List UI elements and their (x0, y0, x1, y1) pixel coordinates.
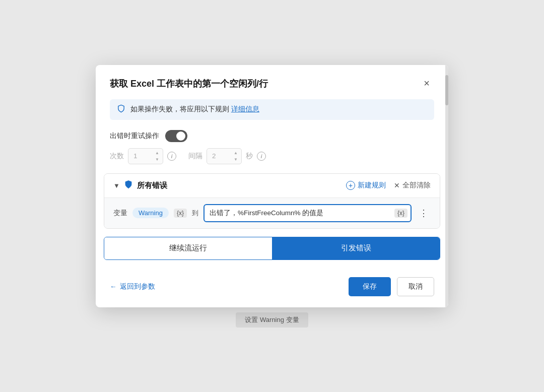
count-up[interactable]: ▲ (153, 150, 161, 156)
continue-tab[interactable]: 继续流运行 (104, 237, 272, 259)
interval-label: 间隔 (188, 152, 202, 161)
arrow-left-icon: ← (110, 283, 117, 290)
count-group: 次数 ▲ ▼ i (110, 148, 176, 164)
new-rule-button[interactable]: + 新建规则 (346, 181, 386, 190)
interval-group: 间隔 ▲ ▼ 秒 i (188, 148, 266, 164)
target-token[interactable]: {x} (394, 209, 407, 218)
close-button[interactable]: × (419, 76, 434, 91)
scrollbar[interactable] (445, 65, 448, 307)
error-tab[interactable]: 引发错误 (272, 237, 440, 259)
plus-icon: + (346, 181, 355, 190)
section-header-right: + 新建规则 ✕ 全部清除 (346, 181, 431, 190)
action-tabs: 继续流运行 引发错误 (104, 237, 440, 260)
variable-row: 变量 Warning {x} 到 {x} ⋮ (104, 198, 440, 228)
retry-toggle[interactable] (165, 130, 187, 142)
warning-badge[interactable]: Warning (132, 208, 169, 218)
x-icon: ✕ (394, 181, 400, 189)
unit-label: 秒 (246, 152, 253, 161)
arrow-label: 到 (192, 209, 198, 218)
dialog-title: 获取 Excel 工作表中的第一个空闲列/行 (110, 78, 268, 90)
retry-toggle-row: 出错时重试操作 (96, 128, 448, 147)
section-header-left: ▼ 所有错误 (113, 180, 167, 191)
cancel-button[interactable]: 取消 (397, 277, 434, 296)
info-banner-text: 如果操作失败，将应用以下规则 详细信息 (130, 105, 259, 114)
section-header: ▼ 所有错误 + 新建规则 ✕ 全部清除 (104, 174, 440, 198)
dialog-header: 获取 Excel 工作表中的第一个空闲列/行 × (96, 65, 448, 99)
interval-input-wrap: ▲ ▼ (207, 148, 242, 164)
target-input-wrap: {x} (203, 204, 412, 222)
count-label: 次数 (110, 152, 124, 161)
fields-row: 次数 ▲ ▼ i 间隔 ▲ ▼ (96, 147, 448, 173)
more-options-button[interactable]: ⋮ (417, 206, 431, 220)
var-token[interactable]: {x} (174, 209, 187, 218)
section-title: 所有错误 (137, 181, 167, 190)
dialog-footer: ← 返回到参数 保存 取消 (96, 270, 448, 307)
count-down[interactable]: ▼ (153, 156, 161, 162)
count-spinners: ▲ ▼ (153, 150, 161, 162)
section-shield-icon (124, 180, 133, 191)
clear-all-button[interactable]: ✕ 全部清除 (394, 181, 431, 190)
back-button[interactable]: ← 返回到参数 (110, 282, 155, 291)
interval-info-icon[interactable]: i (257, 152, 266, 161)
target-input[interactable] (203, 204, 412, 222)
bottom-label: 设置 Warning 变量 (236, 312, 308, 328)
chevron-icon[interactable]: ▼ (113, 182, 120, 189)
info-banner-link[interactable]: 详细信息 (231, 105, 259, 113)
var-label: 变量 (113, 209, 127, 218)
retry-label: 出错时重试操作 (110, 132, 159, 141)
save-button[interactable]: 保存 (349, 277, 391, 296)
error-section: ▼ 所有错误 + 新建规则 ✕ 全部清除 (104, 173, 440, 229)
info-banner: 如果操作失败，将应用以下规则 详细信息 (110, 99, 434, 120)
main-dialog: 获取 Excel 工作表中的第一个空闲列/行 × 如果操作失败，将应用以下规则 … (96, 65, 448, 307)
interval-up[interactable]: ▲ (232, 150, 240, 156)
interval-down[interactable]: ▼ (232, 156, 240, 162)
footer-right: 保存 取消 (349, 277, 434, 296)
count-input-wrap: ▲ ▼ (128, 148, 163, 164)
count-info-icon[interactable]: i (167, 152, 176, 161)
interval-spinners: ▲ ▼ (232, 150, 240, 162)
shield-icon (117, 104, 125, 115)
